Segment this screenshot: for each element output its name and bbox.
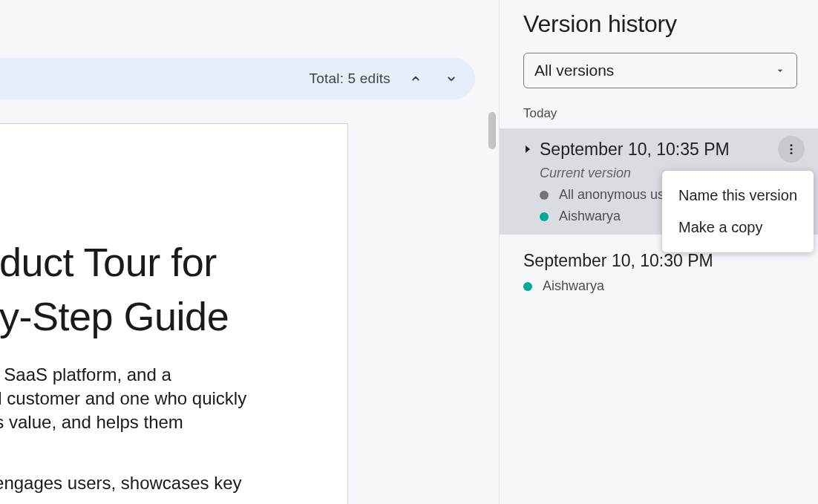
doc-title-line: -by-Step Guide xyxy=(0,289,347,344)
contributor-dot xyxy=(540,212,549,221)
document-area: Total: 5 edits roduct Tour for -by-Step … xyxy=(0,0,499,504)
version-more-button[interactable] xyxy=(778,136,805,163)
doc-paragraph-line: sfied customer and one who quickly xyxy=(0,387,347,410)
contributor-dot xyxy=(523,282,532,291)
version-timestamp: September 10, 10:30 PM xyxy=(523,251,805,271)
version-section-today: Today xyxy=(500,102,818,128)
edits-summary-bar: Total: 5 edits xyxy=(0,58,475,99)
caret-right-icon xyxy=(524,144,531,154)
doc-paragraph-line: hat engages users, showcases key xyxy=(0,471,347,495)
doc-title-line: roduct Tour for xyxy=(0,235,347,289)
version-timestamp: September 10, 10:35 PM xyxy=(540,140,770,160)
chevron-up-icon xyxy=(409,72,422,85)
doc-paragraph-line: your SaaS platform, and a xyxy=(0,363,347,387)
svg-point-2 xyxy=(791,152,793,154)
edits-count-label: Total: 5 edits xyxy=(310,71,390,87)
version-filter-dropdown[interactable]: All versions xyxy=(523,53,797,88)
caret-down-icon xyxy=(774,65,786,76)
version-context-menu: Name this version Make a copy xyxy=(662,171,814,252)
prev-edit-button[interactable] xyxy=(405,68,426,89)
contributor-row: Aishwarya xyxy=(523,278,805,294)
contributor-name: Aishwarya xyxy=(543,278,604,294)
document-page: roduct Tour for -by-Step Guide your SaaS… xyxy=(0,123,348,504)
scrollbar-thumb[interactable] xyxy=(488,112,496,149)
svg-point-1 xyxy=(791,148,793,151)
menu-name-version[interactable]: Name this version xyxy=(662,180,814,212)
expand-toggle[interactable] xyxy=(523,144,532,154)
next-edit-button[interactable] xyxy=(441,68,462,89)
sidebar-title: Version history xyxy=(500,9,818,53)
menu-make-copy[interactable]: Make a copy xyxy=(662,212,814,243)
more-vert-icon xyxy=(785,143,798,156)
svg-point-0 xyxy=(791,144,793,146)
version-filter-label: All versions xyxy=(534,62,614,79)
chevron-down-icon xyxy=(445,72,458,85)
contributor-name: Aishwarya xyxy=(559,209,621,224)
doc-paragraph-line: rates value, and helps them xyxy=(0,410,347,434)
contributor-dot xyxy=(540,191,549,200)
